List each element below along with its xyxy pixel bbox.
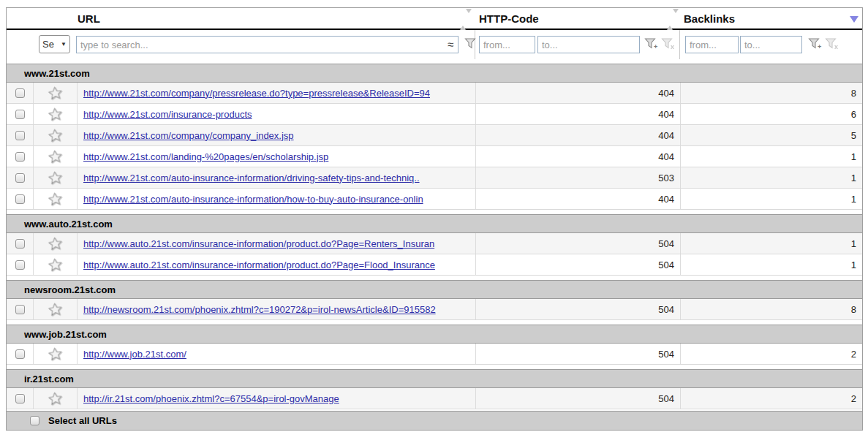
favorite-star-icon[interactable]	[48, 170, 63, 185]
http-code-value: 503	[476, 167, 681, 188]
sort-down-triangle	[673, 9, 679, 26]
approx-operator-button[interactable]: ≈	[443, 36, 458, 53]
clear-filter-icon[interactable]: x	[661, 37, 676, 53]
http-code-text: 404	[658, 194, 674, 205]
url-link[interactable]: http://ir.21st.com/phoenix.zhtml?c=67554…	[83, 393, 339, 404]
svg-text:x: x	[834, 43, 838, 50]
star-cell	[34, 146, 78, 167]
backlinks-value: 1	[681, 189, 862, 209]
favorite-star-icon[interactable]	[48, 391, 63, 406]
http-code-text: 503	[658, 173, 674, 183]
group-domain-label: ir.21st.com	[7, 374, 74, 384]
favorite-star-icon[interactable]	[48, 192, 63, 206]
backlinks-text: 2	[851, 349, 856, 360]
favorite-star-icon[interactable]	[48, 236, 63, 251]
favorite-star-icon[interactable]	[48, 346, 63, 361]
backlinks-text: 1	[851, 238, 856, 249]
url-cell: http://www.21st.com/auto-insurance-infor…	[78, 189, 476, 209]
url-cell: http://www.21st.com/auto-insurance-infor…	[78, 167, 476, 188]
row-checkbox[interactable]	[15, 173, 25, 183]
star-cell	[34, 388, 78, 409]
favorite-star-icon[interactable]	[48, 149, 63, 164]
select-all-label: Select all URLs	[48, 415, 117, 426]
favorite-star-icon[interactable]	[48, 107, 63, 121]
table-row: http://www.21st.com/company/company_inde…	[7, 125, 862, 146]
url-cell: http://newsroom.21st.com/phoenix.zhtml?c…	[78, 299, 476, 319]
row-checkbox[interactable]	[15, 194, 25, 204]
sort-neutral-icon[interactable]	[460, 13, 467, 25]
search-input[interactable]	[76, 36, 444, 53]
column-header-url[interactable]: URL	[78, 12, 100, 25]
url-link[interactable]: http://www.job.21st.com/	[83, 349, 186, 360]
group-domain-label: www.job.21st.com	[7, 329, 107, 340]
svg-text:+: +	[654, 43, 657, 50]
column-divider	[679, 30, 680, 59]
backlinks-value: 1	[681, 146, 862, 167]
backlinks-value: 1	[681, 167, 862, 188]
url-cell: http://www.21st.com/company/company_inde…	[78, 125, 476, 145]
search-field-select[interactable]: Se ▼	[39, 35, 70, 53]
backlinks-text: 2	[851, 393, 856, 404]
url-cell: http://www.21st.com/company/pressrelease…	[78, 83, 476, 103]
table-row: http://www.21st.com/auto-insurance-infor…	[7, 167, 862, 189]
http-code-from-input[interactable]	[479, 36, 535, 53]
url-link[interactable]: http://www.21st.com/auto-insurance-infor…	[83, 194, 423, 205]
row-checkbox[interactable]	[15, 110, 25, 119]
row-checkbox[interactable]	[15, 394, 25, 403]
favorite-star-icon[interactable]	[48, 302, 63, 317]
url-link[interactable]: http://www.auto.21st.com/insurance-infor…	[83, 238, 434, 249]
column-header-backlinks[interactable]: Backlinks	[684, 12, 735, 25]
favorite-star-icon[interactable]	[48, 257, 63, 272]
url-link[interactable]: http://www.auto.21st.com/insurance-infor…	[83, 259, 435, 270]
filter-icon[interactable]	[464, 37, 477, 53]
favorite-star-icon[interactable]	[48, 128, 63, 143]
row-checkbox[interactable]	[15, 88, 25, 98]
filter-toolbar-row: Se ▼ ≈ + x +	[7, 30, 862, 59]
table-row: http://www.job.21st.com/5042	[7, 344, 862, 365]
apply-filter-icon[interactable]: +	[808, 37, 823, 53]
group-domain-label: www.auto.21st.com	[7, 219, 113, 230]
row-checkbox[interactable]	[15, 349, 25, 359]
backlinks-value: 5	[681, 125, 862, 145]
apply-filter-icon[interactable]: +	[644, 37, 659, 53]
row-checkbox[interactable]	[15, 305, 25, 314]
sort-descending-icon[interactable]	[850, 16, 858, 23]
backlinks-text: 6	[851, 109, 856, 120]
checkbox-cell	[7, 233, 34, 254]
backlinks-text: 1	[851, 194, 856, 205]
http-code-to-input[interactable]	[537, 36, 640, 53]
checkbox-cell	[7, 344, 34, 364]
star-cell	[34, 104, 78, 124]
row-checkbox[interactable]	[15, 131, 25, 140]
url-link[interactable]: http://newsroom.21st.com/phoenix.zhtml?c…	[83, 304, 436, 315]
http-code-text: 404	[658, 151, 674, 162]
star-cell	[34, 83, 78, 103]
url-link[interactable]: http://www.21st.com/company/pressrelease…	[83, 88, 430, 99]
backlinks-to-input[interactable]	[740, 36, 802, 53]
row-checkbox[interactable]	[15, 152, 25, 162]
row-checkbox[interactable]	[15, 239, 25, 249]
url-link[interactable]: http://www.21st.com/insurance-products	[83, 109, 252, 120]
group-header: www.job.21st.com	[7, 325, 862, 344]
sort-neutral-icon[interactable]	[667, 13, 673, 25]
group-header: www.21st.com	[7, 64, 862, 83]
http-code-value: 404	[476, 189, 681, 209]
checkbox-cell	[7, 125, 34, 145]
url-link[interactable]: http://www.21st.com/auto-insurance-infor…	[83, 173, 420, 183]
row-checkbox[interactable]	[15, 260, 25, 270]
backlinks-text: 8	[851, 88, 856, 99]
backlinks-text: 1	[851, 259, 856, 270]
url-cell: http://www.21st.com/insurance-products	[78, 104, 476, 124]
column-header-http-code[interactable]: HTTP-Code	[479, 12, 539, 25]
url-link[interactable]: http://www.21st.com/company/company_inde…	[83, 130, 294, 141]
http-code-value: 504	[476, 344, 681, 364]
table-row: http://www.21st.com/insurance-products40…	[7, 104, 862, 125]
url-link[interactable]: http://www.21st.com/landing-%20pages/en/…	[83, 151, 328, 162]
select-all-checkbox[interactable]	[30, 416, 39, 425]
favorite-star-icon[interactable]	[48, 86, 63, 100]
star-cell	[34, 167, 78, 188]
clear-filter-icon[interactable]: x	[825, 37, 839, 53]
backlinks-from-input[interactable]	[685, 36, 739, 53]
checkbox-cell	[7, 189, 34, 209]
backlinks-value: 1	[681, 254, 862, 275]
